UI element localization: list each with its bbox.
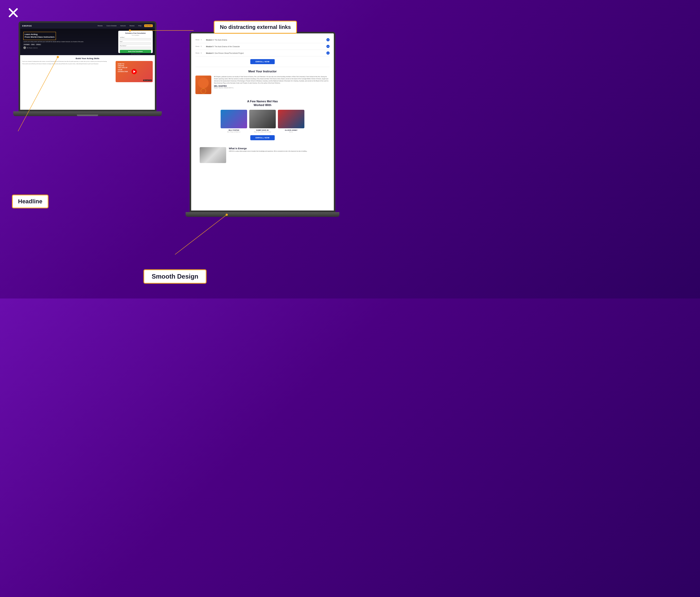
sammy-photo [249, 110, 276, 128]
instructor-photo-circle [198, 78, 209, 88]
hero-badges: Live English Online 50 Hours [23, 44, 115, 45]
nav-instructor: Instructor [119, 24, 127, 27]
billy-photo [221, 110, 247, 128]
nav-schedule: Course Schedule [105, 24, 118, 27]
instructor-section-title: Meet Your Instructor [195, 70, 330, 73]
name-card-allison: ALLISON JANNEY Actress [278, 110, 304, 132]
sammy-name: SAMMY DAVIS JR. [249, 129, 276, 131]
callout-no-links: No distracting external links [214, 21, 297, 34]
names-grid: BILLY PORTER Actor, Singer and Style Ico… [200, 110, 325, 132]
badge-hours: 50 Hours [36, 44, 41, 45]
callout-headline-text: Headline [18, 198, 43, 205]
billy-sub: Actor, Singer and Style Icon [221, 131, 247, 132]
form-input-phone [120, 47, 151, 49]
form-field-lastname: Last Name * [120, 37, 151, 40]
form-input-email [120, 43, 151, 45]
callout-smooth-design: Smooth Design [144, 269, 206, 284]
module-6-bold: Module 6 [206, 52, 214, 54]
hero-text: Learn ActingFrom World-Class Instructors… [22, 31, 116, 53]
enroll-btn-container: ENROLL NOW [195, 59, 330, 64]
allison-sub: Actress [278, 131, 304, 132]
instructor-bio-text: Bill Shapiro, graduate (summa cum laude)… [214, 76, 330, 84]
right-laptop: Week · 4 Module 4 The Auto-Drama + Week … [183, 32, 342, 239]
logo [8, 7, 19, 18]
instructor-name-sm: Mel Shapiro | Instructor [27, 47, 38, 49]
what-is-title: What is Emerge [229, 147, 325, 150]
what-is-text: LMS/VLE is a place where people come to … [229, 151, 325, 152]
module-4-expand[interactable]: + [326, 38, 330, 41]
enroll-button-2[interactable]: ENROLL NOW [250, 135, 275, 140]
names-section: A Few Names Mel HasWorked With BILLY POR… [195, 97, 330, 145]
module-5-title: The Auto-Drama of the Character [215, 46, 240, 47]
emerge-brand: EMERGE [22, 25, 32, 27]
module-row-4: Week · 4 Module 4 The Auto-Drama + [195, 36, 330, 43]
module-5-expand[interactable]: + [326, 45, 330, 48]
emerge-nav-links: Modules Course Schedule Instructor Revie… [97, 24, 153, 27]
callout-smooth-design-text: Smooth Design [152, 273, 198, 280]
form-field-phone: Phone Number * [120, 45, 151, 49]
emerge-hero: Learn ActingFrom World-Class Instructors… [20, 29, 155, 55]
badge-english: Live English [23, 44, 30, 45]
module-4-week: Week · 4 [195, 39, 206, 41]
callout-no-links-text: No distracting external links [220, 24, 291, 30]
nav-modules: Modules [97, 24, 104, 27]
hero-instructor: Mel Shapiro | Instructor [23, 46, 115, 49]
what-is-image [200, 147, 226, 163]
hero-subtext: Launch your acting career and hone your … [23, 41, 115, 43]
module-6-week: Week · 6 [195, 52, 206, 54]
play-button[interactable] [131, 69, 137, 74]
instructor-photo [195, 76, 211, 94]
left-laptop: EMERGE Modules Course Schedule Instructo… [10, 21, 165, 132]
enroll-button[interactable]: ENROLL NOW [250, 59, 275, 64]
content-two-col: If you've ever dreamed of studying drama… [22, 61, 153, 82]
play-triangle-icon [133, 70, 135, 73]
laptop-base-right [185, 212, 340, 217]
left-laptop-screen: EMERGE Modules Course Schedule Instructo… [19, 21, 156, 111]
content-text1: If you've ever dreamed of studying drama… [22, 61, 114, 62]
youtube-label: Watch on ▶ YouTube [143, 79, 152, 81]
module-4-label: Module 4 The Auto-Drama [206, 39, 227, 41]
instructor-bio: Bill Shapiro, graduate (summa cum laude)… [214, 76, 330, 89]
form-label-lastname: Last Name * [120, 37, 151, 38]
module-4-title: The Auto-Drama [215, 39, 227, 41]
callout-headline: Headline [12, 195, 49, 208]
instructor-avatar-sm [23, 46, 26, 49]
form-input-lastname [120, 38, 151, 40]
module-5-bold: Module 5 [206, 46, 214, 47]
form-field-email: Email * [120, 41, 151, 45]
nav-reviews: Reviews [128, 24, 135, 27]
module-4-bold: Module 4 [206, 39, 214, 41]
badge-online: Online [31, 44, 35, 45]
module-6-expand[interactable]: + [326, 51, 330, 55]
billy-name: BILLY PORTER [221, 129, 247, 131]
module-5-label: Module 5 The Auto-Drama of the Character [206, 46, 240, 47]
instructor-title-sm: Master Teacher | Director (B.F.A.) [214, 87, 330, 89]
instructor-section: Meet Your Instructor Bill Shapiro, gradu… [195, 67, 330, 97]
nav-enroll: Enroll Now [144, 24, 153, 27]
names-section-title: A Few Names Mel HasWorked With [200, 99, 325, 107]
instructor-award-badge [201, 88, 206, 94]
allison-name: ALLISON JANNEY [278, 129, 304, 131]
right-content: Week · 4 Module 4 The Auto-Drama + Week … [191, 33, 334, 168]
name-card-billy: BILLY PORTER Actor, Singer and Style Ico… [221, 110, 247, 132]
laptop-base-left [13, 111, 162, 116]
hero-form: Schedule a Free Consultation Free Consul… [118, 31, 153, 53]
name-card-sammy: SAMMY DAVIS JR. Singer, Dancer, Actor an… [249, 110, 276, 132]
form-subtitle: Free Consultation [120, 35, 151, 36]
what-is-text-col: What is Emerge LMS/VLE is a place where … [229, 147, 325, 152]
content-text2: This six-week course will teach you the … [22, 64, 114, 65]
right-laptop-screen: Week · 4 Module 4 The Auto-Drama + Week … [190, 32, 335, 212]
form-title: Schedule a Free Consultation [120, 32, 151, 34]
content-title: Build Your Acting Skills [22, 57, 153, 60]
what-is-section: What is Emerge LMS/VLE is a place where … [195, 145, 330, 165]
emerge-content: Build Your Acting Skills If you've ever … [20, 55, 155, 111]
form-guarantee: 100% Privacy Guaranteed [120, 53, 151, 55]
form-submit-button[interactable]: Book a Free Consultation [120, 50, 151, 53]
form-label-phone: Phone Number * [120, 45, 151, 46]
module-5-week: Week · 5 [195, 46, 206, 47]
sammy-sub: Singer, Dancer, Actor and Comedian [249, 131, 276, 132]
module-row-5: Week · 5 Module 5 The Auto-Drama of the … [195, 43, 330, 50]
video-overlay-text: HOW TOCREATETHE LIFE OFYOURCHARACTER [118, 63, 128, 73]
video-thumbnail: HOW TOCREATETHE LIFE OFYOURCHARACTER Wat… [116, 61, 153, 82]
module-6-label: Module 6 One-Person Show/The Activist Pr… [206, 52, 244, 54]
